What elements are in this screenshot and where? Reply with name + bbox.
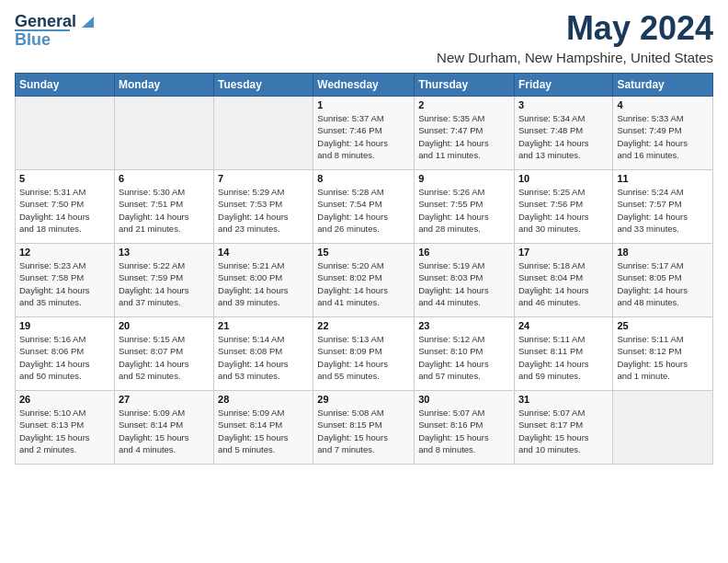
days-header-row: Sunday Monday Tuesday Wednesday Thursday… <box>16 74 713 97</box>
day-number: 12 <box>19 247 110 258</box>
day-number: 4 <box>617 99 709 110</box>
day-detail: Sunrise: 5:31 AMSunset: 7:50 PMDaylight:… <box>19 186 110 235</box>
day-detail: Sunrise: 5:12 AMSunset: 8:10 PMDaylight:… <box>418 333 510 382</box>
calendar-cell: 20Sunrise: 5:15 AMSunset: 8:07 PMDayligh… <box>114 317 213 391</box>
day-number: 17 <box>518 247 609 258</box>
calendar-cell: 7Sunrise: 5:29 AMSunset: 7:53 PMDaylight… <box>214 170 313 244</box>
day-detail: Sunrise: 5:35 AMSunset: 7:47 PMDaylight:… <box>418 112 510 161</box>
calendar-cell: 29Sunrise: 5:08 AMSunset: 8:15 PMDayligh… <box>313 391 415 465</box>
day-number: 29 <box>317 394 410 405</box>
calendar-cell: 23Sunrise: 5:12 AMSunset: 8:10 PMDayligh… <box>415 317 515 391</box>
day-number: 16 <box>418 247 510 258</box>
header-monday: Monday <box>114 74 213 97</box>
calendar-cell: 11Sunrise: 5:24 AMSunset: 7:57 PMDayligh… <box>613 170 713 244</box>
day-number: 14 <box>218 247 309 258</box>
calendar-cell: 6Sunrise: 5:30 AMSunset: 7:51 PMDaylight… <box>114 170 213 244</box>
day-detail: Sunrise: 5:33 AMSunset: 7:49 PMDaylight:… <box>617 112 709 161</box>
header-saturday: Saturday <box>613 74 713 97</box>
day-number: 23 <box>418 320 510 331</box>
header-friday: Friday <box>514 74 612 97</box>
calendar-week-4: 19Sunrise: 5:16 AMSunset: 8:06 PMDayligh… <box>16 317 713 391</box>
calendar-cell: 13Sunrise: 5:22 AMSunset: 7:59 PMDayligh… <box>114 244 213 317</box>
calendar-cell <box>613 391 713 465</box>
calendar-cell: 27Sunrise: 5:09 AMSunset: 8:14 PMDayligh… <box>114 391 213 465</box>
day-number: 30 <box>418 394 510 405</box>
calendar-cell: 2Sunrise: 5:35 AMSunset: 7:47 PMDaylight… <box>415 97 515 170</box>
day-detail: Sunrise: 5:10 AMSunset: 8:13 PMDaylight:… <box>19 407 110 455</box>
day-detail: Sunrise: 5:14 AMSunset: 8:08 PMDaylight:… <box>218 333 309 382</box>
day-number: 15 <box>317 247 410 258</box>
calendar-cell: 17Sunrise: 5:18 AMSunset: 8:04 PMDayligh… <box>514 244 612 317</box>
day-number: 24 <box>518 320 609 331</box>
logo: General Blue <box>15 13 94 50</box>
day-number: 6 <box>119 173 210 184</box>
day-number: 25 <box>617 320 709 331</box>
day-detail: Sunrise: 5:09 AMSunset: 8:14 PMDaylight:… <box>218 407 309 455</box>
day-detail: Sunrise: 5:19 AMSunset: 8:03 PMDaylight:… <box>418 259 510 308</box>
day-number: 31 <box>518 394 609 405</box>
calendar-cell: 31Sunrise: 5:07 AMSunset: 8:17 PMDayligh… <box>514 391 612 465</box>
logo-icon <box>77 13 94 29</box>
day-detail: Sunrise: 5:29 AMSunset: 7:53 PMDaylight:… <box>218 186 309 235</box>
day-number: 21 <box>218 320 309 331</box>
calendar-page: General Blue May 2024 New Durham, New Ha… <box>0 0 728 474</box>
day-number: 22 <box>317 320 410 331</box>
calendar-cell: 19Sunrise: 5:16 AMSunset: 8:06 PMDayligh… <box>16 317 115 391</box>
calendar-cell: 16Sunrise: 5:19 AMSunset: 8:03 PMDayligh… <box>415 244 515 317</box>
svg-marker-0 <box>82 17 94 28</box>
day-number: 27 <box>119 394 210 405</box>
calendar-week-2: 5Sunrise: 5:31 AMSunset: 7:50 PMDaylight… <box>16 170 713 244</box>
title-block: May 2024 New Durham, New Hampshire, Unit… <box>437 9 713 65</box>
day-detail: Sunrise: 5:37 AMSunset: 7:46 PMDaylight:… <box>317 112 410 161</box>
day-number: 26 <box>19 394 110 405</box>
calendar-cell: 15Sunrise: 5:20 AMSunset: 8:02 PMDayligh… <box>313 244 415 317</box>
calendar-cell <box>114 97 213 170</box>
calendar-cell: 3Sunrise: 5:34 AMSunset: 7:48 PMDaylight… <box>514 97 612 170</box>
day-detail: Sunrise: 5:07 AMSunset: 8:17 PMDaylight:… <box>518 407 609 455</box>
calendar-week-3: 12Sunrise: 5:23 AMSunset: 7:58 PMDayligh… <box>16 244 713 317</box>
day-number: 10 <box>518 173 609 184</box>
day-number: 13 <box>119 247 210 258</box>
day-number: 19 <box>19 320 110 331</box>
location-subtitle: New Durham, New Hampshire, United States <box>437 50 713 65</box>
calendar-cell: 26Sunrise: 5:10 AMSunset: 8:13 PMDayligh… <box>16 391 115 465</box>
header-sunday: Sunday <box>16 74 115 97</box>
day-number: 20 <box>119 320 210 331</box>
calendar-cell: 10Sunrise: 5:25 AMSunset: 7:56 PMDayligh… <box>514 170 612 244</box>
day-number: 5 <box>19 173 110 184</box>
page-title: May 2024 <box>437 9 713 48</box>
calendar-week-5: 26Sunrise: 5:10 AMSunset: 8:13 PMDayligh… <box>16 391 713 465</box>
day-detail: Sunrise: 5:28 AMSunset: 7:54 PMDaylight:… <box>317 186 410 235</box>
calendar-cell: 28Sunrise: 5:09 AMSunset: 8:14 PMDayligh… <box>214 391 313 465</box>
day-number: 28 <box>218 394 309 405</box>
day-number: 11 <box>617 173 709 184</box>
day-number: 8 <box>317 173 410 184</box>
header: General Blue May 2024 New Durham, New Ha… <box>15 9 713 65</box>
calendar-cell: 30Sunrise: 5:07 AMSunset: 8:16 PMDayligh… <box>415 391 515 465</box>
day-detail: Sunrise: 5:20 AMSunset: 8:02 PMDaylight:… <box>317 259 410 308</box>
calendar-header: Sunday Monday Tuesday Wednesday Thursday… <box>16 74 713 97</box>
calendar-cell: 21Sunrise: 5:14 AMSunset: 8:08 PMDayligh… <box>214 317 313 391</box>
day-detail: Sunrise: 5:09 AMSunset: 8:14 PMDaylight:… <box>119 407 210 455</box>
day-detail: Sunrise: 5:15 AMSunset: 8:07 PMDaylight:… <box>119 333 210 382</box>
day-detail: Sunrise: 5:17 AMSunset: 8:05 PMDaylight:… <box>617 259 709 308</box>
calendar-cell: 1Sunrise: 5:37 AMSunset: 7:46 PMDaylight… <box>313 97 415 170</box>
calendar-cell: 14Sunrise: 5:21 AMSunset: 8:00 PMDayligh… <box>214 244 313 317</box>
day-detail: Sunrise: 5:08 AMSunset: 8:15 PMDaylight:… <box>317 407 410 455</box>
calendar-cell <box>16 97 115 170</box>
day-detail: Sunrise: 5:16 AMSunset: 8:06 PMDaylight:… <box>19 333 110 382</box>
header-thursday: Thursday <box>415 74 515 97</box>
header-wednesday: Wednesday <box>313 74 415 97</box>
day-detail: Sunrise: 5:26 AMSunset: 7:55 PMDaylight:… <box>418 186 510 235</box>
day-detail: Sunrise: 5:23 AMSunset: 7:58 PMDaylight:… <box>19 259 110 308</box>
calendar-cell <box>214 97 313 170</box>
day-detail: Sunrise: 5:34 AMSunset: 7:48 PMDaylight:… <box>518 112 609 161</box>
calendar-cell: 4Sunrise: 5:33 AMSunset: 7:49 PMDaylight… <box>613 97 713 170</box>
calendar-cell: 18Sunrise: 5:17 AMSunset: 8:05 PMDayligh… <box>613 244 713 317</box>
day-detail: Sunrise: 5:30 AMSunset: 7:51 PMDaylight:… <box>119 186 210 235</box>
day-detail: Sunrise: 5:11 AMSunset: 8:11 PMDaylight:… <box>518 333 609 382</box>
day-detail: Sunrise: 5:22 AMSunset: 7:59 PMDaylight:… <box>119 259 210 308</box>
day-number: 9 <box>418 173 510 184</box>
day-detail: Sunrise: 5:13 AMSunset: 8:09 PMDaylight:… <box>317 333 410 382</box>
calendar-cell: 5Sunrise: 5:31 AMSunset: 7:50 PMDaylight… <box>16 170 115 244</box>
